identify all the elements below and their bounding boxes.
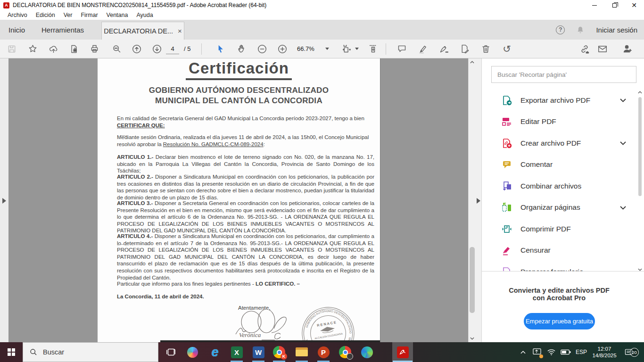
tool-label: Combinar archivos [520,182,581,190]
share-link-button[interactable] [576,40,594,58]
clock[interactable]: 12:07 14/8/2025 [589,342,619,362]
send-email-button[interactable] [594,40,611,58]
language-indicator[interactable]: ESP [573,342,589,362]
menu-ver[interactable]: Ver [64,12,73,18]
find-button[interactable] [107,40,125,58]
zoom-out-button[interactable] [253,40,271,58]
scrollbar-thumb[interactable] [470,247,475,313]
tab-document[interactable]: DECLARATORIA DE... × [101,22,184,40]
chevron-down-icon[interactable] [620,206,626,210]
tool-combine-files[interactable]: Combinar archivos [482,175,636,197]
previous-page-button[interactable] [128,40,146,58]
tab-inicio[interactable]: Inicio [8,20,25,40]
taskbar-search[interactable] [23,342,158,362]
start-button[interactable] [0,342,23,362]
zoom-in-button[interactable] [273,40,291,58]
tool-compress-pdf[interactable]: Comprimir PDF [482,218,636,240]
internet-explorer-button[interactable]: e [205,342,225,362]
pdf-page[interactable]: Certificación GOBIERNO AUTÓNOMO DESCENTR… [98,58,380,342]
promo-text-line2: con Acrobat Pro [482,294,636,302]
zoom-dropdown-icon[interactable] [325,48,329,50]
menu-ventana[interactable]: Ventana [107,12,128,18]
restore-button[interactable] [604,0,624,10]
minimize-button[interactable] [585,0,604,10]
highlight-button[interactable] [414,40,432,58]
right-panel-expand-icon[interactable] [477,198,480,204]
powerpoint-button[interactable]: P [313,342,334,362]
start-free-trial-button[interactable]: Empezar prueba gratuita [524,313,595,329]
tool-prepare-form[interactable]: Preparar formulario [482,261,636,271]
doc-closing: Particular que informo para los fines le… [117,280,374,288]
tray-expand-button[interactable] [516,342,530,362]
chrome-k-button[interactable]: K [269,342,289,362]
right-panel-strip[interactable] [475,58,482,342]
share-link-icon [579,44,590,54]
bell-icon[interactable] [576,25,585,34]
tool-edit-pdf[interactable]: Editar PDF [482,111,636,133]
delete-button[interactable] [477,40,495,58]
tab-close-icon[interactable]: × [178,27,182,35]
next-page-button[interactable] [148,40,166,58]
help-icon[interactable]: ? [556,25,565,34]
rotate-icon: ↺ [503,44,511,54]
chrome-profile-button[interactable] [335,342,355,362]
tray-sync-button[interactable] [530,342,544,362]
scrolling-mode-button[interactable] [364,40,382,58]
tools-search-input[interactable] [491,66,636,83]
menu-firmar[interactable]: Firmar [81,12,98,18]
scroll-up-icon[interactable] [638,91,642,94]
zoom-level-value[interactable]: 66.7% [297,45,314,52]
left-navigation-strip[interactable] [0,58,8,342]
fill-sign-button[interactable] [455,40,473,58]
tray-network-button[interactable] [544,342,558,362]
close-button[interactable]: ✕ [624,0,644,10]
chevron-down-icon[interactable] [620,99,626,102]
fit-dropdown-icon[interactable] [355,48,359,50]
tool-create-pdf[interactable]: Crear archivo PDF [482,132,636,154]
add-person-button[interactable] [618,40,636,58]
taskbar-search-input[interactable] [43,348,137,356]
scroll-down-icon[interactable] [470,337,474,340]
menu-ayuda[interactable]: Ayuda [136,12,153,18]
menu-archivo[interactable]: Archivo [8,12,27,18]
select-tool-button[interactable] [211,40,229,58]
task-view-button[interactable] [160,342,181,362]
chevron-down-icon[interactable] [620,141,626,145]
app-window: A DECLARATORIA DE BIEN MONSTRENCO2025081… [0,0,644,362]
protected-mode-button[interactable] [65,40,83,58]
document-scrollbar[interactable] [468,58,475,342]
page-number-input[interactable] [166,43,179,54]
sign-button[interactable] [435,40,453,58]
fit-width-button[interactable] [338,40,355,58]
scrollbar-thumb[interactable] [638,97,642,196]
add-comment-button[interactable] [393,40,411,58]
favorites-button[interactable] [24,40,41,58]
tool-comment[interactable]: Comentar [482,154,636,176]
tab-herramientas[interactable]: Herramientas [41,20,84,40]
save-button[interactable] [3,40,21,58]
sign-in-button[interactable]: Iniciar sesión [596,26,637,34]
tab-bar: Inicio Herramientas DECLARATORIA DE... ×… [0,20,644,40]
doc-title: Certificación [98,59,380,80]
tool-organize-pages[interactable]: Organizar páginas [482,197,636,219]
hand-tool-button[interactable] [232,40,250,58]
excel-button[interactable]: X [226,342,247,362]
print-button[interactable] [85,40,103,58]
tool-redact[interactable]: Censurar [482,240,636,262]
toolbar-divider [201,43,202,55]
notification-center-button[interactable]: 20 [619,342,644,362]
tools-panel-scrollbar[interactable] [636,90,644,272]
rotate-page-button[interactable]: ↺ [498,40,516,58]
menu-edicion[interactable]: Edición [36,12,55,18]
share-document-button[interactable] [44,40,62,58]
scroll-up-icon[interactable] [470,61,474,64]
file-explorer-button[interactable] [291,342,312,362]
edge-button[interactable] [356,342,377,362]
copilot-button[interactable] [182,342,203,362]
tray-battery-button[interactable] [558,342,573,362]
left-panel-expand-icon[interactable] [2,198,6,204]
tool-export-pdf[interactable]: Exportar archivo PDF [482,90,636,111]
toolbar-divider [386,43,386,55]
word-button[interactable]: W [248,342,269,362]
acrobat-taskbar-button[interactable] [392,342,413,362]
